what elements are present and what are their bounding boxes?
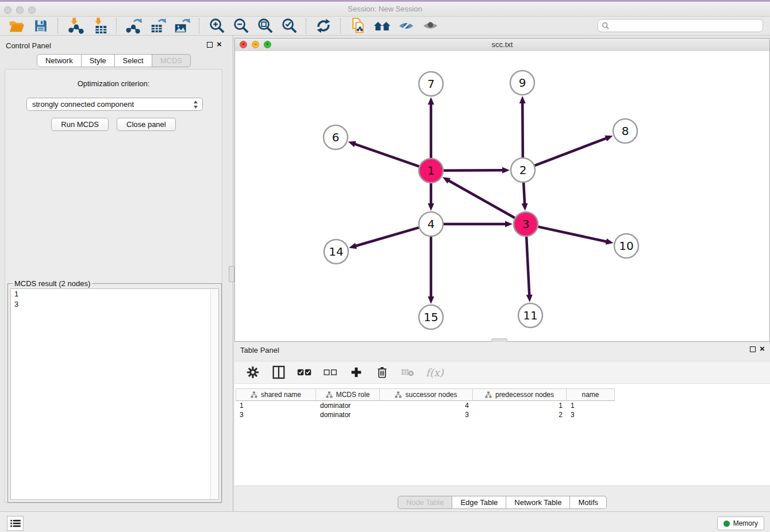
toolbar-separator (340, 18, 341, 33)
graph-edge-arrowhead (348, 141, 356, 147)
graph-edge-arrowhead (526, 295, 533, 302)
home-view-icon[interactable] (372, 17, 392, 34)
graph-node-label: 10 (619, 239, 633, 253)
network-window-title: scc.txt (235, 40, 769, 49)
tab-network-table[interactable]: Network Table (506, 496, 570, 509)
graph-edge-2-8[interactable] (535, 138, 608, 165)
task-list-icon (10, 519, 21, 527)
table-settings-icon[interactable] (245, 364, 261, 380)
delete-column-icon[interactable] (374, 364, 390, 380)
graph-edge-3-1[interactable] (448, 180, 515, 218)
graph-edge-arrowhead (502, 167, 510, 174)
graph-edge-arrowhead (606, 238, 614, 245)
graph-node-label: 8 (622, 124, 629, 138)
column-header-mcds-role[interactable]: MCDS role (316, 389, 380, 400)
export-network-icon[interactable] (124, 17, 144, 34)
memory-label: Memory (733, 519, 758, 527)
close-panel-button[interactable]: Close panel (117, 118, 176, 131)
graph-edge-2-9[interactable] (522, 102, 523, 157)
graph-edge-3-11[interactable] (526, 237, 529, 296)
close-panel-icon[interactable]: × (217, 39, 222, 49)
apply-layout-icon[interactable] (314, 17, 333, 34)
toolbar-separator (199, 18, 200, 33)
import-table-icon[interactable] (90, 17, 109, 34)
close-table-panel-icon[interactable]: × (760, 344, 765, 354)
mcds-result-title: MCDS result (2 nodes) (13, 279, 92, 288)
search-icon (602, 22, 610, 30)
graph-edge-3-10[interactable] (538, 227, 607, 242)
network-graph[interactable]: 7968124314101511 (235, 51, 769, 341)
node-table-header: shared name MCDS role successor nodes pr… (236, 388, 615, 401)
zoom-out-icon[interactable] (231, 17, 251, 34)
function-builder-icon[interactable]: f(x) (426, 367, 444, 379)
criterion-select[interactable]: strongly connected component (26, 98, 203, 111)
graph-edge-arrowhead (605, 136, 613, 141)
clone-network-icon[interactable] (348, 17, 368, 34)
save-session-icon[interactable] (31, 17, 51, 34)
graph-node-label: 7 (428, 77, 435, 91)
table-panel-header: Table Panel × (234, 342, 770, 360)
zoom-in-icon[interactable] (207, 17, 226, 34)
deselect-all-check-icon[interactable] (322, 364, 338, 380)
column-header-shared-name[interactable]: shared name (236, 389, 316, 400)
cell-predecessor-nodes[interactable]: 1 (473, 401, 567, 410)
table-row[interactable]: 1 dominator 4 1 1 (236, 401, 615, 410)
tab-node-table[interactable]: Node Table (398, 496, 453, 509)
tab-mcds[interactable]: MCDS (152, 54, 191, 67)
hide-selected-icon[interactable] (396, 17, 416, 34)
add-column-icon[interactable] (348, 364, 364, 380)
column-header-successor-nodes[interactable]: successor nodes (380, 389, 473, 400)
column-header-predecessor-nodes[interactable]: predecessor nodes (473, 389, 567, 400)
show-all-icon[interactable] (421, 17, 440, 34)
task-history-button[interactable] (7, 516, 24, 531)
graph-edge-arrowhead (349, 243, 357, 249)
search-box[interactable] (598, 19, 763, 32)
tab-style[interactable]: Style (82, 54, 115, 67)
cell-name[interactable]: 1 (567, 401, 615, 410)
float-panel-icon[interactable] (207, 42, 213, 48)
select-all-check-icon[interactable] (297, 364, 313, 380)
cell-name[interactable]: 3 (567, 410, 615, 419)
cell-shared-name[interactable]: 3 (236, 410, 316, 419)
delete-table-icon[interactable] (400, 364, 416, 380)
tab-network[interactable]: Network (37, 54, 82, 67)
graph-edge-1-6[interactable] (353, 144, 419, 167)
float-table-panel-icon[interactable] (750, 346, 756, 352)
mcds-result-group: MCDS result (2 nodes) 1 3 (7, 283, 222, 503)
export-image-icon[interactable] (172, 17, 192, 34)
network-canvas[interactable]: 7968124314101511 (235, 51, 769, 341)
app-title: Session: New Session (0, 5, 770, 13)
tab-motifs[interactable]: Motifs (570, 496, 607, 509)
open-session-icon[interactable] (7, 17, 26, 34)
graph-edge-4-14[interactable] (355, 228, 419, 246)
cell-successor-nodes[interactable]: 3 (380, 410, 473, 419)
splitter-grip[interactable] (229, 266, 234, 282)
app-titlebar: Session: New Session (0, 2, 770, 17)
search-input[interactable] (610, 21, 763, 30)
column-header-name[interactable]: name (567, 389, 615, 400)
control-panel-title: Control Panel (6, 41, 51, 50)
memory-button[interactable]: Memory (717, 516, 764, 530)
result-scrollbar[interactable] (210, 289, 218, 499)
graph-edge-2-3[interactable] (523, 183, 525, 205)
cell-shared-name[interactable]: 1 (236, 401, 316, 410)
cell-mcds-role[interactable]: dominator (316, 401, 380, 410)
table-row[interactable]: 3 dominator 3 2 3 (236, 410, 615, 419)
graph-node-label: 15 (424, 310, 438, 324)
run-mcds-button[interactable]: Run MCDS (51, 118, 109, 131)
tab-edge-table[interactable]: Edge Table (452, 496, 506, 509)
network-window-titlebar[interactable]: × − + scc.txt (235, 38, 769, 52)
tab-select[interactable]: Select (115, 54, 152, 67)
cell-mcds-role[interactable]: dominator (316, 410, 380, 419)
mcds-result-list[interactable]: 1 3 (10, 288, 219, 500)
zoom-selected-icon[interactable] (279, 17, 299, 34)
cell-successor-nodes[interactable]: 4 (380, 401, 473, 410)
import-network-icon[interactable] (66, 17, 85, 34)
control-panel-header: Control Panel × (0, 36, 228, 54)
table-toolbar: f(x) (234, 361, 770, 384)
graph-edge-1-2[interactable] (444, 170, 504, 171)
export-table-icon[interactable] (148, 17, 168, 34)
column-selector-icon[interactable] (271, 364, 287, 380)
cell-predecessor-nodes[interactable]: 2 (473, 410, 567, 419)
zoom-fit-icon[interactable] (255, 17, 275, 34)
